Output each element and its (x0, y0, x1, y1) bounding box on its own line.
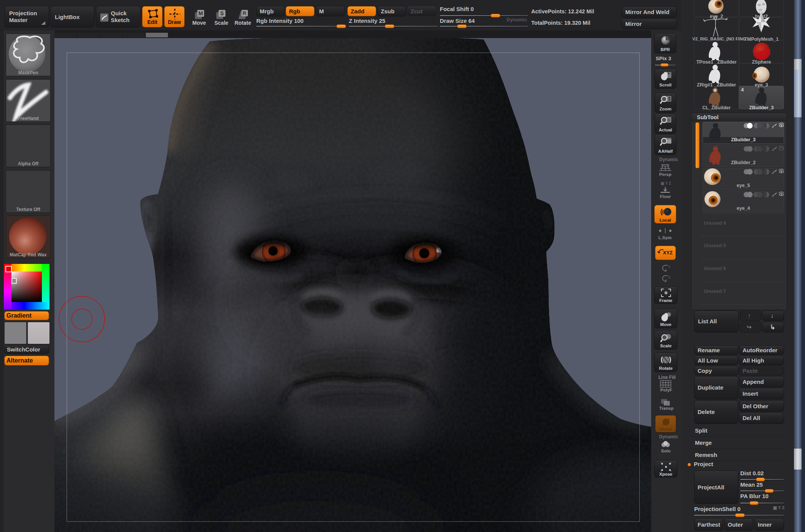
svg-text:4: 4 (741, 87, 744, 93)
svg-text:R: R (243, 10, 246, 16)
svg-text:Z: Z (668, 275, 670, 279)
svg-text:S: S (220, 10, 224, 16)
svg-text:M: M (198, 10, 203, 16)
svg-text:Y: Y (668, 265, 670, 269)
